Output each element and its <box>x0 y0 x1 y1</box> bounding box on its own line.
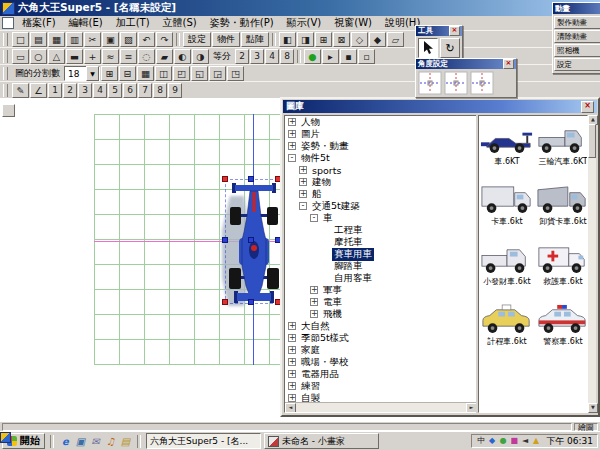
angle-axis-box[interactable] <box>418 71 442 95</box>
toolbar-grip[interactable] <box>3 67 8 80</box>
render-icon[interactable]: ● <box>304 49 321 64</box>
selection-handle[interactable] <box>248 299 254 305</box>
toolbar-icon[interactable]: ▱ <box>387 32 404 47</box>
tree-item[interactable]: 自用客車 <box>285 272 477 284</box>
select-arrow-tool[interactable] <box>418 38 438 58</box>
library-thumbnail[interactable]: 小發財車.6kt <box>479 238 535 298</box>
line-tool-icon[interactable]: ▬ <box>66 49 83 64</box>
tree-item[interactable]: +軍事 <box>285 284 477 296</box>
tree-expand-box[interactable]: + <box>288 394 296 402</box>
angle-axis-box[interactable] <box>470 71 494 95</box>
menu-item[interactable]: 顯示(V) <box>281 16 328 30</box>
toolbar-icon[interactable]: ◆ <box>369 32 386 47</box>
toolbar-icon[interactable]: ◰ <box>173 66 190 81</box>
tray-icon[interactable]: ◆ <box>487 436 497 446</box>
tree-item[interactable]: +圖片 <box>285 128 477 140</box>
tree-item[interactable]: +季節5t樣式 <box>285 332 477 344</box>
digit-button[interactable]: 9 <box>168 83 182 98</box>
wave-tool-icon[interactable]: ≈ <box>102 49 119 64</box>
digit-button[interactable]: 5 <box>108 83 122 98</box>
tree-item[interactable]: 腳踏車 <box>285 260 477 272</box>
layers-icon[interactable]: ≡ <box>120 49 137 64</box>
media-player-icon[interactable]: ♫ <box>104 435 117 448</box>
toolbar-grip[interactable] <box>3 84 8 97</box>
tree-expand-box[interactable]: + <box>299 178 307 186</box>
menu-item[interactable]: 檔案(F) <box>16 16 62 30</box>
divide-count-button[interactable]: 4 <box>265 49 279 64</box>
menu-item[interactable]: 編輯(E) <box>63 16 109 30</box>
measure-icon[interactable]: ∠ <box>30 83 47 98</box>
grid-minus-icon[interactable]: ⊟ <box>119 66 136 81</box>
rotate-tool[interactable]: ↻ <box>440 38 460 58</box>
tree-item[interactable]: +船 <box>285 188 477 200</box>
tree-item[interactable]: +大自然 <box>285 320 477 332</box>
volume-icon[interactable]: ◄ <box>520 436 530 446</box>
tree-expand-box[interactable]: - <box>299 202 307 210</box>
animation-palette-title-bar[interactable]: 動畫 <box>553 3 600 14</box>
undo-icon[interactable]: ↶ <box>138 32 155 47</box>
tree-expand-box[interactable]: + <box>288 142 296 150</box>
scroll-down-icon[interactable]: ▼ <box>588 403 598 413</box>
digit-button[interactable]: 8 <box>153 83 167 98</box>
tree-expand-box[interactable]: + <box>288 358 296 366</box>
animation-button[interactable]: 製作動畫 <box>554 16 600 29</box>
tree-item[interactable]: -車 <box>285 212 477 224</box>
digit-button[interactable]: 2 <box>63 83 77 98</box>
tree-expand-box[interactable]: + <box>288 130 296 138</box>
close-icon[interactable]: × <box>581 101 594 113</box>
tree-expand-box[interactable]: + <box>299 190 307 198</box>
tree-item[interactable]: 賽車用車 <box>285 248 477 260</box>
selection-handle[interactable] <box>222 176 228 182</box>
toolbar-icon[interactable]: ▫ <box>358 49 375 64</box>
library-thumbnail[interactable]: 救護車.6kt <box>535 238 588 298</box>
tree-expand-box[interactable]: + <box>310 286 318 294</box>
tree-item[interactable]: 工程車 <box>285 224 477 236</box>
library-thumbnail[interactable]: 警察車.6kt <box>535 298 588 358</box>
copy-icon[interactable]: ▣ <box>102 32 119 47</box>
toolbar-icon[interactable]: ▸ <box>322 49 339 64</box>
scrollbar-thumb[interactable] <box>588 124 596 158</box>
select-tool-icon[interactable]: ▭ <box>12 49 29 64</box>
angle-axis-box[interactable] <box>444 71 468 95</box>
tree-item[interactable]: +電車 <box>285 296 477 308</box>
close-icon[interactable]: × <box>503 59 514 69</box>
tree-item[interactable]: 摩托車 <box>285 236 477 248</box>
mail-icon[interactable]: ✉ <box>89 435 102 448</box>
toolbar-icon[interactable]: ◑ <box>192 49 209 64</box>
tree-item[interactable]: +職場・學校 <box>285 356 477 368</box>
toolbar-icon[interactable]: ◐ <box>174 49 191 64</box>
tools-palette-title-bar[interactable]: 工具 × <box>416 26 462 36</box>
open-file-icon[interactable]: ▤ <box>30 32 47 47</box>
digit-button[interactable]: 3 <box>78 83 92 98</box>
digit-button[interactable]: 6 <box>123 83 137 98</box>
toolbar-icon[interactable]: ◳ <box>227 66 244 81</box>
close-icon[interactable]: × <box>449 26 460 36</box>
selection-handle[interactable] <box>222 237 228 243</box>
tree-item[interactable]: -物件5t <box>285 152 477 164</box>
tree-expand-box[interactable]: + <box>288 382 296 390</box>
toolbar-icon[interactable]: ◇ <box>351 32 368 47</box>
tree-expand-box[interactable]: + <box>310 310 318 318</box>
toolbar-icon[interactable]: ⊠ <box>333 32 350 47</box>
library-thumbnail[interactable]: 三輪汽車.6KT <box>535 118 588 178</box>
toolbar-icon[interactable]: ◧ <box>279 32 296 47</box>
triangle-tool-icon[interactable]: △ <box>48 49 65 64</box>
toolbar-icon[interactable]: ◌ <box>138 49 155 64</box>
internet-explorer-icon[interactable]: e <box>59 435 72 448</box>
circle-tool-icon[interactable]: ○ <box>30 49 47 64</box>
mode-button[interactable]: 物件 <box>212 32 240 47</box>
toolbar-icon[interactable]: ▪ <box>340 49 357 64</box>
vertical-scrollbar[interactable]: ▲ ▼ <box>588 115 596 413</box>
toolbar-icon[interactable]: ▰ <box>156 49 173 64</box>
save-icon[interactable]: ▦ <box>48 32 65 47</box>
taskbar-task[interactable]: 未命名 - 小畫家 <box>264 433 379 449</box>
tree-item[interactable]: +人物 <box>285 116 477 128</box>
tree-expand-box[interactable]: + <box>288 346 296 354</box>
library-thumbnail[interactable]: 車.6KT <box>479 118 535 178</box>
tree-expand-box[interactable]: + <box>288 118 296 126</box>
toolbar-grip[interactable] <box>3 50 8 63</box>
scroll-left-icon[interactable]: ◄ <box>285 403 296 413</box>
tree-item[interactable]: +飛機 <box>285 308 477 320</box>
divide-count-button[interactable]: 3 <box>250 49 264 64</box>
toolbar-icon[interactable]: ⊞ <box>315 32 332 47</box>
